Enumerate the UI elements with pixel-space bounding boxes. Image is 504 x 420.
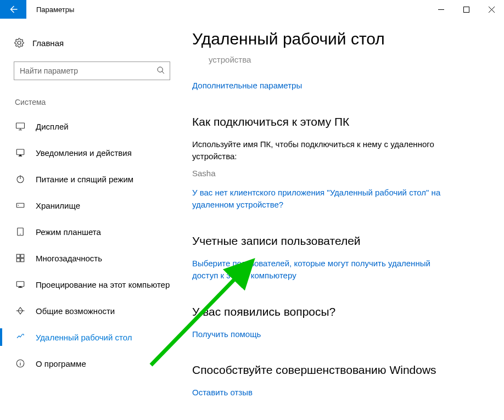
sidebar-item-label: О программе [36,359,86,368]
maximize-button[interactable] [453,0,479,19]
page-title: Удаленный рабочий стол [192,30,477,48]
svg-rect-5 [16,203,24,208]
section-accounts-heading: Учетные записи пользователей [192,234,477,248]
svg-rect-12 [21,259,24,262]
sidebar-item-label: Многозадачность [36,254,102,263]
svg-rect-3 [16,149,24,155]
close-icon [489,7,495,13]
minimize-button[interactable] [428,0,453,19]
svg-rect-10 [21,254,24,257]
svg-rect-2 [16,123,25,128]
remote-desktop-icon [15,332,26,342]
display-icon [15,121,26,131]
sidebar-item-tablet[interactable]: Режим планшета [14,219,176,245]
notifications-icon [15,148,26,158]
link-feedback[interactable]: Оставить отзыв [192,387,253,399]
section-questions-heading: У вас появились вопросы? [192,305,477,318]
link-select-users[interactable]: Выберите пользователей, которые могут по… [192,257,445,282]
search-input-container[interactable] [14,61,170,80]
link-help[interactable]: Получить помощь [192,328,261,341]
section-feedback-heading: Способствуйте совершенствованию Windows [192,363,477,377]
home-label: Главная [32,38,64,48]
svg-rect-0 [463,7,469,12]
maximize-icon [463,7,469,13]
sidebar-item-storage[interactable]: Хранилище [14,192,176,219]
search-icon [156,66,165,76]
sidebar: Главная Система Дисплей Уведомления и де… [0,19,181,420]
close-button[interactable] [479,0,504,19]
device-muted-text: устройства [209,55,477,64]
sidebar-item-projecting[interactable]: Проецирование на этот компьютер [14,271,176,298]
back-button[interactable] [0,0,26,19]
svg-rect-9 [16,254,20,257]
search-input[interactable] [20,66,156,75]
storage-icon [15,200,26,210]
home-button[interactable]: Главная [14,32,176,54]
svg-rect-13 [16,282,24,287]
multitasking-icon [15,253,26,263]
sidebar-item-label: Общие возможности [36,306,115,316]
arrow-left-icon [8,4,18,14]
shared-icon [15,306,26,316]
window-controls [428,0,504,19]
sidebar-item-power[interactable]: Питание и спящий режим [14,166,176,192]
group-header-system: Система [14,98,176,107]
gear-icon [14,38,25,48]
sidebar-item-label: Питание и спящий режим [36,175,133,184]
sidebar-item-display[interactable]: Дисплей [14,113,176,139]
pc-name: Sasha [192,169,477,178]
link-advanced-settings[interactable]: Дополнительные параметры [192,80,302,92]
projecting-icon [15,279,26,289]
sidebar-item-label: Режим планшета [36,227,101,237]
content-area: Удаленный рабочий стол устройства Дополн… [181,19,504,420]
link-no-client[interactable]: У вас нет клиентского приложения "Удален… [192,187,445,211]
sidebar-item-label: Уведомления и действия [36,148,132,158]
svg-rect-11 [16,259,20,262]
sidebar-item-notifications[interactable]: Уведомления и действия [14,139,176,166]
tablet-icon [15,227,26,237]
connect-text: Используйте имя ПК, чтобы подключиться к… [192,138,477,163]
svg-point-1 [158,67,163,72]
sidebar-item-label: Удаленный рабочий стол [36,333,132,342]
sidebar-item-label: Хранилище [36,201,80,210]
svg-point-6 [18,205,19,206]
sidebar-item-shared[interactable]: Общие возможности [14,298,176,324]
title-bar: Параметры [0,0,504,19]
window-title: Параметры [36,5,74,14]
minimize-icon [438,7,444,13]
sidebar-item-label: Дисплей [36,122,69,131]
sidebar-item-label: Проецирование на этот компьютер [36,280,170,289]
power-icon [15,174,26,184]
svg-point-8 [20,234,21,235]
section-connect-heading: Как подключиться к этому ПК [192,115,477,128]
sidebar-item-remote-desktop[interactable]: Удаленный рабочий стол [14,324,176,350]
sidebar-item-multitasking[interactable]: Многозадачность [14,245,176,271]
info-icon [15,359,26,368]
sidebar-item-about[interactable]: О программе [14,350,176,377]
